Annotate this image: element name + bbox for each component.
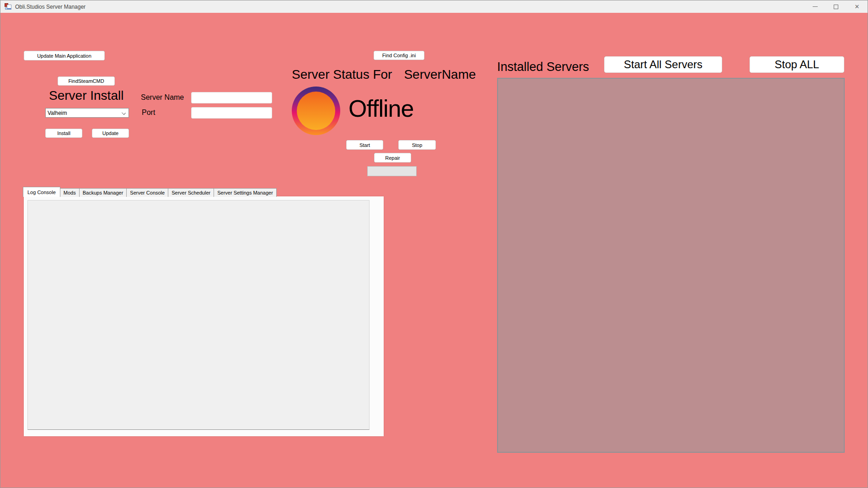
- tab-strip: Log Console Mods Backups Manager Server …: [23, 187, 277, 197]
- port-input[interactable]: [191, 107, 272, 119]
- update-button[interactable]: Update: [92, 129, 129, 138]
- tab-server-scheduler[interactable]: Server Scheduler: [168, 188, 214, 197]
- start-all-servers-button[interactable]: Start All Servers: [604, 56, 722, 73]
- tab-log-console[interactable]: Log Console: [23, 187, 60, 197]
- app-icon: [5, 3, 11, 10]
- game-select-dropdown[interactable]: Valheim: [45, 108, 129, 118]
- maximize-icon: [834, 5, 838, 9]
- installed-servers-title: Installed Servers: [497, 60, 589, 74]
- tab-server-console[interactable]: Server Console: [126, 188, 168, 197]
- tab-page-log-console: [24, 196, 384, 436]
- server-status-indicator-icon: [292, 87, 340, 135]
- server-status-server-name: ServerName: [404, 67, 476, 81]
- stop-all-button[interactable]: Stop ALL: [750, 56, 844, 73]
- install-button[interactable]: Install: [45, 129, 82, 138]
- close-button[interactable]: ✕: [847, 0, 868, 13]
- server-name-label: Server Name: [141, 93, 184, 102]
- update-main-application-button[interactable]: Update Main Application: [24, 51, 105, 60]
- minimize-button[interactable]: [804, 0, 825, 13]
- maximize-button[interactable]: [825, 0, 847, 13]
- server-install-title: Server Install: [49, 88, 123, 103]
- progress-bar: [367, 166, 417, 176]
- tab-server-settings-manager[interactable]: Server Settings Manager: [214, 188, 277, 197]
- minimize-icon: [813, 6, 818, 7]
- find-steamcmd-button[interactable]: FindSteamCMD: [58, 76, 115, 86]
- chevron-down-icon: [122, 111, 126, 115]
- find-config-ini-button[interactable]: Find Config .ini: [374, 51, 424, 60]
- titlebar: Obli.Studios Server Manager ✕: [0, 0, 868, 13]
- server-status-text: Offline: [348, 95, 413, 122]
- tab-backups-manager[interactable]: Backups Manager: [79, 188, 127, 197]
- tab-mods[interactable]: Mods: [60, 188, 80, 197]
- port-label: Port: [142, 108, 155, 117]
- log-console-textbox[interactable]: [27, 200, 370, 430]
- server-status-indicator-inner: [297, 92, 335, 130]
- installed-servers-listbox[interactable]: [497, 78, 845, 453]
- repair-button[interactable]: Repair: [374, 153, 411, 163]
- server-status-heading: Server Status ForServerName: [292, 67, 476, 82]
- window-title: Obli.Studios Server Manager: [15, 4, 86, 10]
- close-icon: ✕: [855, 4, 860, 10]
- server-name-input[interactable]: [191, 92, 272, 103]
- game-select-value: Valheim: [48, 110, 67, 116]
- start-button[interactable]: Start: [346, 140, 383, 150]
- server-status-heading-prefix: Server Status For: [292, 67, 392, 81]
- stop-button[interactable]: Stop: [398, 140, 436, 150]
